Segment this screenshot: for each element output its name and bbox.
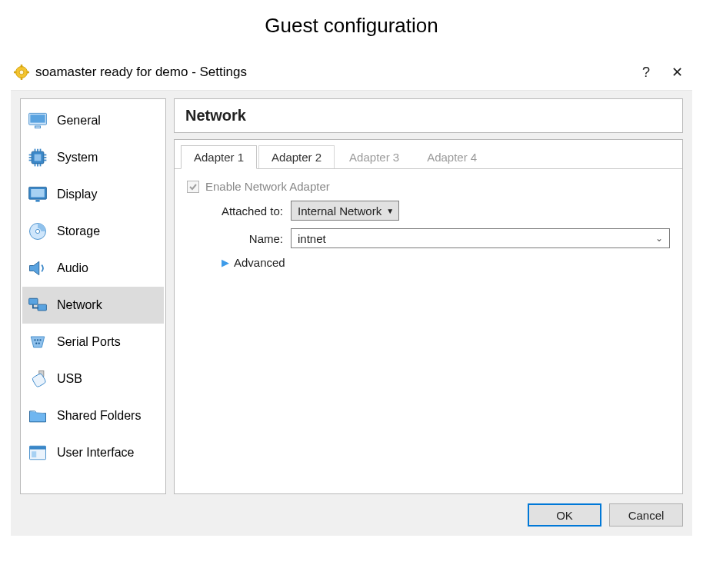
sidebar-item-user-interface[interactable]: User Interface bbox=[22, 434, 164, 471]
tab-adapter-1[interactable]: Adapter 1 bbox=[181, 145, 257, 169]
sidebar-item-label: Network bbox=[57, 298, 102, 312]
name-label: Name: bbox=[187, 232, 291, 245]
window-titlebar: soamaster ready for demo - Settings ? ✕ bbox=[0, 61, 703, 90]
sidebar-item-audio[interactable]: Audio bbox=[22, 250, 164, 287]
sidebar-item-label: User Interface bbox=[57, 446, 134, 460]
chevron-down-icon: ⌄ bbox=[655, 233, 663, 244]
ui-icon bbox=[26, 441, 49, 464]
screen-icon bbox=[26, 183, 49, 206]
speaker-icon bbox=[26, 257, 49, 280]
enable-adapter-row: Enable Network Adapter bbox=[187, 180, 670, 193]
advanced-label: Advanced bbox=[234, 256, 285, 269]
sidebar-item-label: Storage bbox=[57, 224, 100, 238]
chip-icon bbox=[26, 146, 49, 169]
network-panel: Adapter 1 Adapter 2 Adapter 3 Adapter 4 … bbox=[174, 139, 683, 494]
chevron-down-icon: ▼ bbox=[386, 207, 394, 215]
svg-rect-5 bbox=[27, 71, 29, 73]
sidebar-item-label: General bbox=[57, 114, 101, 128]
settings-dialog: General System Display Storage bbox=[11, 90, 692, 536]
sidebar-item-storage[interactable]: Storage bbox=[22, 213, 164, 250]
tab-adapter-3: Adapter 3 bbox=[336, 145, 412, 168]
svg-point-30 bbox=[34, 339, 35, 341]
help-button[interactable]: ? bbox=[631, 65, 661, 81]
enable-adapter-label: Enable Network Adapter bbox=[205, 180, 330, 193]
network-icon bbox=[26, 294, 49, 317]
tab-adapter-2[interactable]: Adapter 2 bbox=[258, 145, 335, 168]
settings-main: Network Adapter 1 Adapter 2 Adapter 3 Ad… bbox=[174, 98, 683, 494]
section-title: Network bbox=[174, 98, 683, 133]
cancel-button[interactable]: Cancel bbox=[609, 503, 683, 527]
attached-to-label: Attached to: bbox=[187, 204, 291, 218]
serial-icon bbox=[26, 331, 49, 354]
svg-point-1 bbox=[19, 70, 24, 75]
enable-adapter-checkbox bbox=[187, 181, 199, 193]
svg-point-34 bbox=[38, 343, 40, 344]
advanced-toggle[interactable]: ▶ Advanced bbox=[187, 256, 670, 269]
svg-rect-25 bbox=[35, 200, 39, 202]
svg-rect-29 bbox=[38, 304, 46, 311]
svg-rect-10 bbox=[35, 154, 42, 161]
network-name-combo[interactable]: intnet ⌄ bbox=[291, 228, 670, 248]
triangle-right-icon: ▶ bbox=[222, 257, 229, 268]
attached-to-select[interactable]: Internal Network ▼ bbox=[291, 201, 399, 221]
close-button[interactable]: ✕ bbox=[661, 64, 692, 81]
sidebar-item-network[interactable]: Network bbox=[22, 287, 164, 324]
sidebar-item-label: Display bbox=[57, 188, 97, 201]
svg-rect-28 bbox=[29, 298, 38, 304]
sidebar-item-label: System bbox=[57, 151, 98, 164]
sidebar-item-label: Serial Ports bbox=[57, 335, 121, 349]
svg-point-33 bbox=[35, 343, 37, 344]
monitor-icon bbox=[26, 109, 49, 132]
svg-rect-8 bbox=[35, 126, 41, 128]
disk-icon bbox=[26, 220, 49, 243]
sidebar-item-label: Audio bbox=[57, 261, 88, 275]
svg-rect-2 bbox=[21, 65, 22, 67]
svg-rect-36 bbox=[32, 373, 46, 387]
page-heading: Guest configuration bbox=[0, 14, 703, 38]
sidebar-item-display[interactable]: Display bbox=[22, 176, 164, 213]
usb-icon bbox=[26, 367, 49, 390]
window-title: soamaster ready for demo - Settings bbox=[35, 65, 247, 80]
sidebar-item-label: USB bbox=[57, 372, 82, 386]
svg-point-31 bbox=[37, 339, 38, 341]
svg-rect-38 bbox=[30, 446, 46, 449]
svg-point-32 bbox=[39, 339, 41, 341]
svg-rect-39 bbox=[32, 451, 36, 457]
svg-rect-4 bbox=[14, 71, 16, 73]
folder-icon bbox=[26, 404, 49, 427]
attached-to-value: Internal Network bbox=[298, 204, 381, 218]
sidebar-item-label: Shared Folders bbox=[57, 409, 141, 423]
sidebar-item-usb[interactable]: USB bbox=[22, 360, 164, 397]
adapter-tabs: Adapter 1 Adapter 2 Adapter 3 Adapter 4 bbox=[175, 140, 682, 169]
sidebar-item-system[interactable]: System bbox=[22, 139, 164, 176]
sidebar-item-general[interactable]: General bbox=[22, 102, 164, 139]
ok-button[interactable]: OK bbox=[528, 503, 601, 527]
gear-icon bbox=[14, 65, 29, 80]
svg-point-27 bbox=[35, 229, 39, 233]
svg-rect-7 bbox=[30, 115, 45, 123]
dialog-buttons: OK Cancel bbox=[20, 503, 683, 527]
tab-adapter-4: Adapter 4 bbox=[414, 145, 490, 168]
sidebar-item-shared-folders[interactable]: Shared Folders bbox=[22, 397, 164, 434]
settings-sidebar: General System Display Storage bbox=[20, 98, 166, 494]
network-name-value: intnet bbox=[298, 232, 326, 245]
svg-rect-3 bbox=[21, 78, 22, 80]
svg-rect-24 bbox=[31, 189, 45, 198]
sidebar-item-serial-ports[interactable]: Serial Ports bbox=[22, 324, 164, 360]
